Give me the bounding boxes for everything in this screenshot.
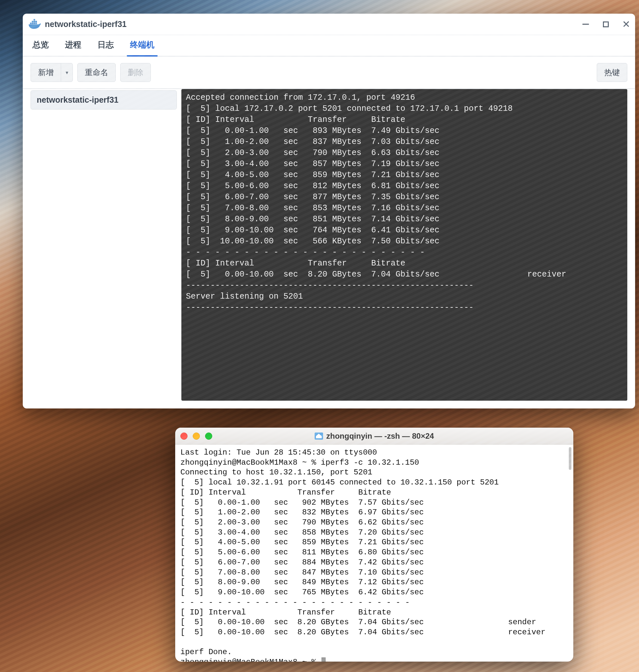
scrollbar-thumb[interactable] [569,447,572,470]
minimize-button[interactable] [581,20,590,29]
svg-rect-6 [35,21,37,22]
new-button[interactable]: 新增 [31,63,61,82]
svg-rect-2 [33,22,35,24]
svg-rect-5 [33,21,35,22]
docker-terminal-output[interactable]: Accepted connection from 172.17.0.1, por… [181,89,627,401]
maximize-button[interactable] [601,20,610,29]
home-folder-icon [315,433,323,440]
svg-rect-3 [35,22,37,24]
mac-title: zhongqinyin — -zsh — 80×24 [175,432,573,441]
mac-terminal-output[interactable]: Last login: Tue Jun 28 15:45:30 on ttys0… [175,444,573,661]
new-dropdown-button[interactable]: ▾ [61,63,73,82]
svg-rect-0 [30,22,32,24]
new-button-group: 新增 ▾ [31,63,73,82]
delete-button[interactable]: 删除 [120,63,151,82]
docker-window: networkstatic-iperf31 ✕ 总览 进程 日志 终端机 新增 … [23,14,635,408]
hotkeys-button[interactable]: 热键 [597,63,627,82]
svg-rect-1 [32,22,33,24]
tab-terminal[interactable]: 终端机 [129,39,156,56]
window-controls: ✕ [581,20,630,29]
terminal-session-sidebar: networkstatic-iperf31 [31,89,177,401]
docker-whale-icon [27,17,42,32]
mac-title-text: zhongqinyin — -zsh — 80×24 [326,432,434,441]
traffic-lights [181,433,212,440]
svg-rect-4 [32,21,33,22]
close-button[interactable]: ✕ [621,20,630,29]
docker-toolbar: 新增 ▾ 重命名 删除 热键 [23,57,635,89]
tab-processes[interactable]: 进程 [64,39,82,56]
tab-overview[interactable]: 总览 [31,39,50,56]
prompt-cursor [322,657,326,661]
rename-button[interactable]: 重命名 [77,63,116,82]
docker-body: networkstatic-iperf31 Accepted connectio… [23,89,635,408]
mac-terminal-window: zhongqinyin — -zsh — 80×24 Last login: T… [175,428,573,661]
mac-zoom-button[interactable] [205,433,212,440]
mac-titlebar[interactable]: zhongqinyin — -zsh — 80×24 [175,428,573,444]
mac-minimize-button[interactable] [193,433,200,440]
docker-titlebar[interactable]: networkstatic-iperf31 ✕ [23,14,635,35]
docker-title: networkstatic-iperf31 [45,19,581,29]
svg-rect-7 [33,19,35,20]
docker-tabs: 总览 进程 日志 终端机 [23,35,635,57]
session-item-iperf31[interactable]: networkstatic-iperf31 [31,90,177,110]
tab-logs[interactable]: 日志 [96,39,115,56]
mac-close-button[interactable] [181,433,188,440]
